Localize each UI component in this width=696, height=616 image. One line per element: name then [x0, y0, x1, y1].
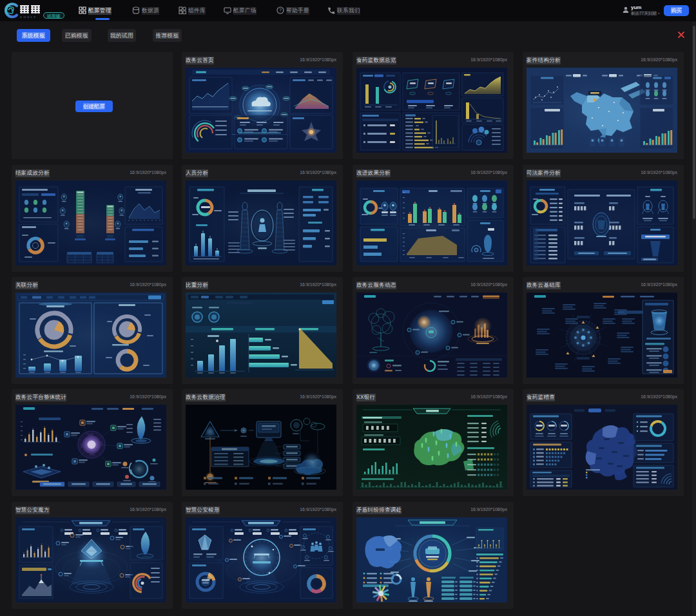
svg-text:COOLY: COOLY: [20, 15, 37, 19]
svg-text:?: ?: [279, 8, 282, 12]
